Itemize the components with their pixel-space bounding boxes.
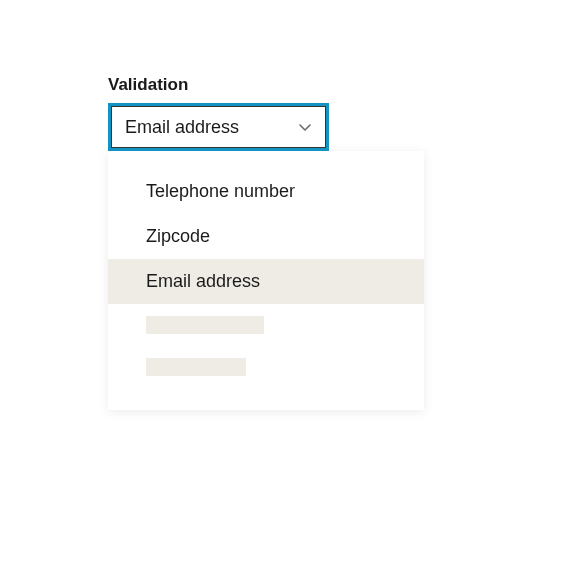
chevron-down-icon	[298, 120, 312, 134]
option-email-address[interactable]: Email address	[108, 259, 424, 304]
validation-select[interactable]: Email address	[108, 103, 329, 151]
select-value: Email address	[125, 117, 239, 138]
skeleton-bar	[146, 316, 264, 334]
field-label: Validation	[108, 75, 424, 95]
option-telephone-number[interactable]: Telephone number	[108, 169, 424, 214]
option-loading-placeholder	[108, 304, 424, 346]
skeleton-bar	[146, 358, 246, 376]
option-zipcode[interactable]: Zipcode	[108, 214, 424, 259]
option-loading-placeholder	[108, 346, 424, 388]
dropdown-menu: Telephone number Zipcode Email address	[108, 151, 424, 410]
